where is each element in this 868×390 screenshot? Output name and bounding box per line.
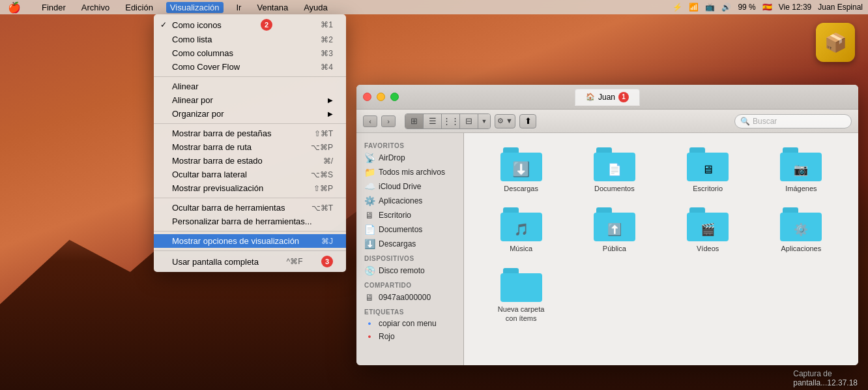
sidebar-devices-title: Dispositivos [356,251,463,263]
step3-badge: 3 [321,256,333,267]
tag-blue-icon: ● [364,320,375,327]
tag-red-icon: ● [364,333,375,340]
finder-body: Favoritos 📡 AirDrop 📁 Todos mis archivos… [356,133,858,365]
sidebar-item-airdrop[interactable]: 📡 AirDrop [356,151,463,165]
apps-icon: ⚙️ [364,196,375,206]
edicion-menu[interactable]: Edición [123,3,156,12]
folder-publica[interactable]: ⬆️ Pública [568,203,661,257]
file-area: ⬇️ Descargas 📄 Documentos [464,133,858,365]
sidebar-item-disk[interactable]: 💿 Disco remoto [356,263,463,278]
ir-menu[interactable]: Ir [234,3,244,12]
sidebar-item-docs[interactable]: 📄 Documentos [356,222,463,237]
view-icon-btn[interactable]: ⊞ [405,114,424,128]
menubar-flag: 🇪🇸 [762,3,772,12]
menu-item-columnas[interactable]: Como columnas ⌘3 [154,46,346,60]
finder-toolbar: ‹ › ⊞ ☰ ⋮⋮ ⊟ ▼ ⚙ ▼ ⬆ 🔍 Buscar [356,110,858,133]
sidebar-item-network[interactable]: 🖥 0947aa000000 [356,290,463,305]
airdrop-icon: 📡 [364,153,375,163]
view-buttons: ⊞ ☰ ⋮⋮ ⊟ ▼ [405,113,491,129]
menu-item-organizar-por[interactable]: Organizar por ▶ [154,107,346,121]
separator-1 [154,76,346,77]
menu-item-coverflow[interactable]: Como Cover Flow ⌘4 [154,60,346,74]
archivo-menu[interactable]: Archivo [79,3,112,12]
disk-icon: 💿 [364,265,375,276]
menu-item-barra-pestanas[interactable]: Mostrar barra de pestañas ⇧⌘T [154,127,346,140]
view-coverflow-btn[interactable]: ⊟ [460,114,478,128]
menu-item-alinear-por[interactable]: Alinear por ▶ [154,93,346,107]
menu-item-ocultar-lateral[interactable]: Ocultar barra lateral ⌥⌘S [154,168,346,181]
menu-item-iconos[interactable]: Como iconos 2 ⌘1 [154,17,346,33]
finder-menu[interactable]: Finder [39,3,68,12]
finder-window: 🏠 Juan 1 ‹ › ⊞ ☰ ⋮⋮ ⊟ ▼ ⚙ ▼ ⬆ 🔍 Buscar F… [356,85,858,365]
sidebar: Favoritos 📡 AirDrop 📁 Todos mis archivos… [356,133,464,365]
folder-descargas[interactable]: ⬇️ Descargas [474,143,568,197]
search-placeholder: Buscar [753,117,777,126]
folder-videos[interactable]: 🎬 Vídeos [661,203,755,257]
ayuda-menu[interactable]: Ayuda [301,3,330,12]
view-column-btn[interactable]: ⋮⋮ [442,114,460,128]
view-list-btn[interactable]: ☰ [424,114,442,128]
forward-button[interactable]: › [381,115,396,127]
search-icon: 🔍 [740,117,750,126]
menu-item-personalizar-herramientas[interactable]: Personalizar barra de herramientas... [154,215,346,228]
close-button[interactable] [363,93,371,101]
menu-item-ocultar-herramientas[interactable]: Ocultar barra de herramientas ⌥⌘T [154,201,346,215]
menu-item-barra-estado[interactable]: Mostrar barra de estado ⌘/ [154,154,346,168]
allfiles-icon: 📁 [364,167,375,177]
sidebar-favorites-title: Favoritos [356,138,463,151]
sidebar-item-tag-blue[interactable]: ● copiar con menu [356,317,463,330]
menu-item-previsualizacion[interactable]: Mostrar previsualización ⇧⌘P [154,181,346,195]
screenshot-label: Captura depantalla...12.37.18 [793,369,858,387]
file-grid: ⬇️ Descargas 📄 Documentos [474,143,848,327]
menubar: 🍎 Finder Archivo Edición Visualización I… [0,0,868,14]
network-icon: 🖥 [364,292,375,303]
folder-musica[interactable]: 🎵 Música [474,203,568,257]
menubar-battery: 99 % [738,3,755,12]
action-button[interactable]: ⚙ ▼ [495,114,515,128]
icloud-icon: ☁️ [364,181,375,192]
minimize-button[interactable] [377,93,385,101]
menubar-datetime: Vie 12:39 [779,3,812,12]
sidebar-shared-title: Compartido [356,278,463,290]
menu-item-pantalla-completa[interactable]: Usar pantalla completa ^⌘F 3 [154,254,346,269]
sidebar-item-desktop[interactable]: 🖥 Escritorio [356,208,463,222]
step2-badge: 2 [261,19,272,31]
separator-4 [154,231,346,232]
home-icon: 🏠 [586,93,595,101]
visualizacion-menu[interactable]: Visualización [166,2,224,13]
desktop-status: Captura depantalla...12.37.18 [783,367,868,390]
folder-imagenes[interactable]: 📷 Imágenes [755,143,848,197]
sidebar-item-apps[interactable]: ⚙️ Aplicaciones [356,194,463,208]
sidebar-item-all-files[interactable]: 📁 Todos mis archivos [356,165,463,179]
back-button[interactable]: ‹ [363,115,377,127]
sidebar-item-tag-red[interactable]: ● Rojo [356,330,463,343]
apple-menu[interactable]: 🍎 [5,1,23,14]
menubar-volume[interactable]: 🔊 [721,3,731,12]
finder-tab-juan[interactable]: 🏠 Juan 1 [575,89,640,106]
menu-item-barra-ruta[interactable]: Mostrar barra de ruta ⌥⌘P [154,140,346,154]
menu-item-opciones-visualizacion[interactable]: Mostrar opciones de visualización ⌘J [154,234,346,248]
folder-aplicaciones[interactable]: ⚙️ Aplicaciones [755,203,848,257]
sidebar-item-icloud[interactable]: ☁️ iCloud Drive [356,179,463,194]
downloads-icon: ⬇️ [364,239,375,249]
folder-documentos[interactable]: 📄 Documentos [568,143,661,197]
visualizacion-dropdown: Como iconos 2 ⌘1 Como lista ⌘2 Como colu… [154,14,346,272]
finder-tabs: 🏠 Juan 1 [575,89,640,106]
ventana-menu[interactable]: Ventana [254,3,291,12]
docs-icon: 📄 [364,224,375,235]
desktop-icon-sidebar: 🖥 [364,210,375,220]
share-button[interactable]: ⬆ [519,114,536,128]
menubar-airplay[interactable]: 📺 [705,3,715,12]
menubar-user: Juan Espinal [818,3,863,12]
search-field[interactable]: 🔍 Buscar [734,114,852,128]
maximize-button[interactable] [390,93,399,101]
view-dropdown-btn[interactable]: ▼ [478,114,490,128]
menu-item-lista[interactable]: Como lista ⌘2 [154,33,346,46]
menu-item-alinear[interactable]: Alinear [154,80,346,93]
separator-3 [154,198,346,198]
folder-nueva-carpeta[interactable]: Nueva carpetacon ítems [474,264,568,327]
folder-escritorio[interactable]: 🖥 Escritorio [661,143,755,197]
desktop-app-icon[interactable]: 📦 [816,23,855,62]
menubar-wifi[interactable]: 📶 [689,3,699,12]
sidebar-item-downloads[interactable]: ⬇️ Descargas [356,237,463,251]
